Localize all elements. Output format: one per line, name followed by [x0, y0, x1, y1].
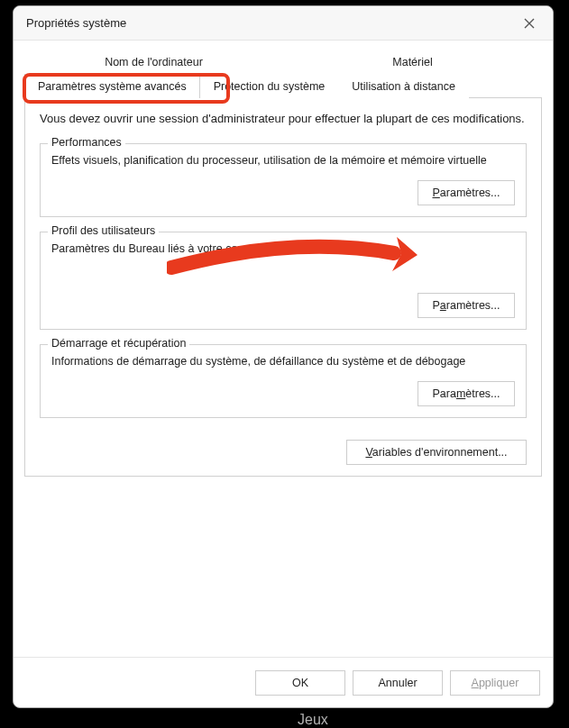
group-user-profiles: Profil des utilisateurs Paramètres du Bu… — [40, 232, 527, 331]
tab-computer-name[interactable]: Nom de l'ordinateur — [24, 50, 283, 74]
group-startup-recovery: Démarrage et récupération Informations d… — [40, 344, 527, 418]
profile-settings-button[interactable]: Paramètres... — [418, 293, 515, 318]
performance-settings-button[interactable]: Paramètres... — [418, 180, 515, 205]
group-user-profiles-desc: Paramètres du Bureau liés à votre connex… — [51, 241, 515, 258]
tab-advanced[interactable]: Paramètres système avancés — [24, 74, 200, 98]
tab-remote[interactable]: Utilisation à distance — [338, 74, 469, 98]
group-startup-recovery-desc: Informations de démarrage du système, de… — [51, 354, 515, 370]
group-performance: Performances Effets visuels, planificati… — [40, 143, 527, 217]
tab-system-protection[interactable]: Protection du système — [200, 74, 339, 98]
apply-button[interactable]: Appliquer — [450, 670, 540, 696]
system-properties-window: Propriétés système Nom de l'ordinateur M… — [13, 5, 554, 708]
group-performance-legend: Performances — [48, 136, 125, 149]
group-performance-desc: Effets visuels, planification du process… — [51, 153, 515, 169]
environment-variables-button[interactable]: Variables d'environnement... — [346, 440, 527, 465]
titlebar: Propriétés système — [14, 6, 553, 41]
tab-hardware[interactable]: Matériel — [283, 50, 542, 74]
close-icon — [524, 18, 535, 29]
tabs-row-1: Nom de l'ordinateur Matériel — [24, 50, 542, 74]
cancel-button[interactable]: Annuler — [353, 670, 443, 696]
tabs-container: Nom de l'ordinateur Matériel Paramètres … — [24, 50, 542, 477]
window-title: Propriétés système — [26, 16, 515, 30]
admin-note: Vous devez ouvrir une session d'administ… — [40, 111, 527, 127]
content-area: Nom de l'ordinateur Matériel Paramètres … — [14, 41, 553, 657]
tab-panel-advanced: Vous devez ouvrir une session d'administ… — [24, 98, 542, 477]
group-startup-recovery-legend: Démarrage et récupération — [48, 337, 189, 350]
ok-button[interactable]: OK — [255, 670, 345, 696]
close-button[interactable] — [515, 11, 544, 36]
group-user-profiles-legend: Profil des utilisateurs — [48, 224, 159, 237]
background-label: Jeux — [298, 712, 328, 728]
tabs-row-2: Paramètres système avancés Protection du… — [24, 74, 542, 98]
recovery-settings-button[interactable]: Paramètres... — [418, 381, 515, 406]
dialog-footer: OK Annuler Appliquer — [14, 657, 553, 707]
